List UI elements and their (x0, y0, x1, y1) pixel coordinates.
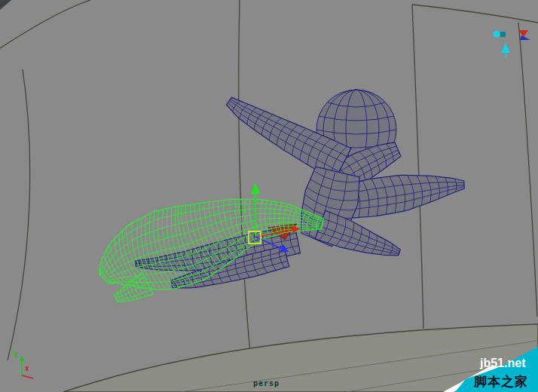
axis-x-label: x (25, 364, 29, 372)
scene-canvas[interactable] (0, 0, 538, 392)
axis-y-label: Y (13, 350, 18, 360)
watermark-site-text: jb51.net (480, 357, 525, 370)
watermark-brand-text: 脚本之家 (474, 373, 528, 390)
camera-label: persp (253, 379, 280, 387)
3d-viewport[interactable]: persp Y x jb51.net 脚本之家 (0, 0, 538, 392)
